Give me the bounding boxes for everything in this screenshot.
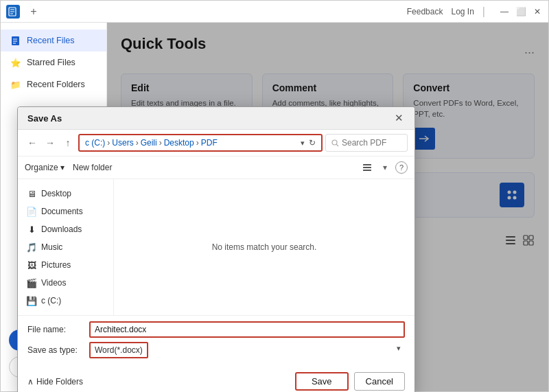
dialog-search-bar[interactable]: [325, 134, 408, 152]
folder-label: Desktop: [41, 189, 71, 198]
save-as-type-select-wrap: Word(*.docx): [89, 342, 405, 358]
folder-label: c (C:): [41, 296, 61, 305]
recent-folders-label: Recent Folders: [27, 80, 85, 89]
recent-files-label: Recent Files: [27, 36, 74, 45]
file-name-label: File name:: [27, 325, 89, 334]
maximize-button[interactable]: ⬜: [515, 6, 526, 17]
folder-label: Documents: [41, 207, 83, 216]
dialog-title: Save As: [27, 113, 62, 124]
dialog-search-input[interactable]: [342, 138, 401, 148]
dialog-nav: ← → ↑ c (C:) › Users › Geili › Desktop ›…: [18, 130, 414, 157]
sidebar-item-recent-files[interactable]: Recent Files: [1, 30, 106, 51]
folder-item-drive-c[interactable]: 💾 c (C:): [18, 292, 113, 310]
path-desktop: Desktop: [164, 138, 194, 148]
address-bar[interactable]: c (C:) › Users › Geili › Desktop › PDF ▾…: [78, 134, 323, 152]
action-buttons: Save Cancel: [295, 372, 405, 391]
videos-icon: 🎬: [26, 277, 37, 288]
feedback-link[interactable]: Feedback: [407, 7, 443, 16]
path-refresh-button[interactable]: ↻: [309, 138, 316, 148]
svg-rect-30: [363, 164, 371, 165]
dialog-file-area: No items match your search.: [114, 179, 414, 315]
dialog-toolbar: Organize ▾ New folder ▾ ?: [18, 157, 414, 179]
path-users: Users: [112, 138, 133, 148]
hide-folders-chevron: ∧: [27, 377, 34, 387]
sidebar-item-recent-folders[interactable]: 📁 Recent Folders: [1, 73, 106, 95]
new-tab-button[interactable]: +: [25, 3, 42, 20]
drive-c-icon: 💾: [26, 295, 37, 306]
tab-area: +: [25, 3, 42, 20]
window-controls: — ⬜ ✕: [499, 6, 543, 17]
file-name-row: File name:: [27, 321, 405, 338]
dialog-view-dropdown-button[interactable]: ▾: [377, 160, 393, 175]
dialog-folder-tree: 🖥 Desktop 📄 Documents ⬇ Downloads 🎵 Musi…: [18, 179, 114, 315]
path-user: Geili: [141, 138, 157, 148]
starred-files-label: Starred Files: [27, 58, 75, 67]
dialog-body: 🖥 Desktop 📄 Documents ⬇ Downloads 🎵 Musi…: [18, 179, 414, 315]
starred-files-icon: ⭐: [10, 57, 21, 68]
title-bar-left: +: [6, 3, 42, 20]
dialog-actions: ∧ Hide Folders Save Cancel: [18, 368, 414, 392]
help-button[interactable]: ?: [395, 161, 408, 174]
svg-point-28: [332, 140, 337, 145]
nav-forward-button[interactable]: →: [43, 135, 58, 150]
save-as-type-select[interactable]: Word(*.docx): [89, 342, 148, 358]
sidebar-item-starred-files[interactable]: ⭐ Starred Files: [1, 51, 106, 73]
folder-item-videos[interactable]: 🎬 Videos: [18, 274, 113, 292]
dialog-list-view-button[interactable]: [360, 160, 375, 175]
save-button[interactable]: Save: [295, 372, 349, 391]
downloads-icon: ⬇: [26, 224, 37, 235]
svg-rect-31: [363, 167, 371, 168]
recent-folders-icon: 📁: [10, 79, 21, 90]
folder-item-desktop[interactable]: 🖥 Desktop: [18, 185, 113, 203]
path-drive: c (C:): [85, 138, 105, 148]
login-link[interactable]: Log In: [451, 7, 474, 16]
nav-back-button[interactable]: ←: [25, 135, 40, 150]
title-bar: + Feedback Log In | — ⬜ ✕: [1, 1, 548, 23]
folder-item-downloads[interactable]: ⬇ Downloads: [18, 220, 113, 238]
hide-folders-label: Hide Folders: [36, 377, 83, 387]
title-bar-right: Feedback Log In | — ⬜ ✕: [407, 5, 543, 18]
save-as-dialog: Save As ✕ ← → ↑ c (C:) › Users › Geili ›…: [17, 106, 415, 392]
empty-message: No items match your search.: [212, 242, 317, 252]
file-name-input[interactable]: [89, 321, 405, 338]
app-icon: [6, 5, 20, 19]
minimize-button[interactable]: —: [499, 6, 510, 17]
folder-item-documents[interactable]: 📄 Documents: [18, 203, 113, 220]
dialog-title-bar: Save As ✕: [18, 107, 414, 130]
close-window-button[interactable]: ✕: [532, 6, 543, 17]
cancel-button[interactable]: Cancel: [354, 372, 405, 391]
pictures-icon: 🖼: [26, 260, 37, 270]
dialog-close-button[interactable]: ✕: [393, 112, 405, 124]
recent-files-icon: [10, 35, 21, 46]
save-as-type-label: Save as type:: [27, 345, 89, 355]
documents-icon: 📄: [26, 206, 37, 217]
folder-label: Music: [41, 242, 62, 252]
svg-line-29: [336, 144, 338, 146]
organize-button[interactable]: Organize ▾: [25, 163, 65, 172]
svg-rect-32: [363, 170, 371, 171]
path-pdf: PDF: [201, 138, 218, 148]
music-icon: 🎵: [26, 242, 37, 253]
save-as-type-row: Save as type: Word(*.docx): [27, 342, 405, 358]
path-dropdown-button[interactable]: ▾: [301, 139, 305, 148]
desktop-icon: 🖥: [26, 188, 37, 199]
new-folder-button[interactable]: New folder: [73, 163, 112, 172]
nav-up-button[interactable]: ↑: [60, 135, 75, 150]
view-buttons: ▾ ?: [360, 160, 408, 175]
folder-label: Pictures: [41, 260, 71, 270]
separator: |: [482, 5, 485, 18]
hide-folders-button[interactable]: ∧ Hide Folders: [27, 377, 83, 387]
folder-item-music[interactable]: 🎵 Music: [18, 238, 113, 256]
folder-item-pictures[interactable]: 🖼 Pictures: [18, 256, 113, 274]
folder-label: Videos: [41, 278, 66, 288]
folder-label: Downloads: [41, 224, 82, 234]
dialog-footer: File name: Save as type: Word(*.docx): [18, 315, 414, 368]
